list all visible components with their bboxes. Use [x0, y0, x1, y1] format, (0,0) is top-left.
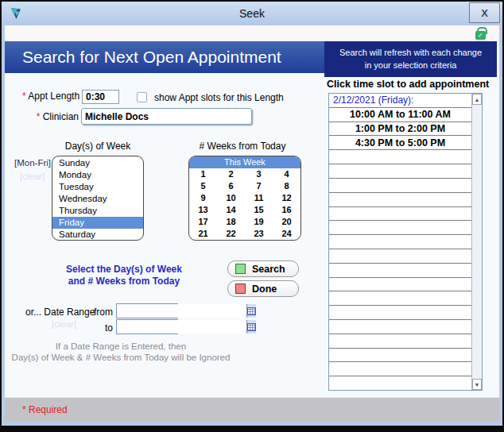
to-calendar-button[interactable] [246, 320, 256, 334]
calendar-icon [247, 323, 256, 331]
slot-list-scrollbar[interactable]: ▲ ▼ [471, 94, 482, 390]
day-option-monday[interactable]: Monday [52, 169, 143, 181]
from-label: from [84, 307, 113, 318]
week-cell-3[interactable]: 3 [245, 168, 273, 180]
day-option-saturday[interactable]: Saturday [52, 229, 143, 241]
dialog-frame: Seek X Search for Next Open Appointment … [2, 2, 502, 426]
time-slot-row[interactable]: 10:00 AM to 11:00 AM [329, 108, 471, 122]
week-cell-5[interactable]: 5 [189, 180, 217, 192]
day-option-thursday[interactable]: Thursday [52, 205, 143, 217]
week-cell-1[interactable]: 1 [189, 168, 217, 180]
empty-slot-row [329, 278, 471, 292]
clear-date-range-link[interactable]: [clear] [52, 319, 76, 329]
week-cell-15[interactable]: 15 [245, 204, 273, 216]
week-cell-7[interactable]: 7 [245, 180, 273, 192]
to-date-field [116, 319, 178, 334]
footer-bar: * Required [5, 397, 499, 422]
seek-dialog: Seek X Search for Next Open Appointment … [0, 0, 504, 432]
clinician-label: * Clinician [5, 111, 79, 122]
day-option-sunday[interactable]: Sunday [52, 157, 143, 169]
empty-slot-row [329, 334, 471, 349]
ignore-note-line2: Day(s) of Week & # Weeks from Today will… [5, 352, 237, 363]
to-date-input[interactable] [117, 320, 246, 334]
weeks-from-today-label: # Weeks from Today [184, 141, 301, 152]
close-button[interactable]: X [469, 2, 500, 23]
week-cell-8[interactable]: 8 [273, 180, 300, 192]
done-button-label: Done [252, 284, 277, 295]
day-option-friday[interactable]: Friday [52, 217, 143, 229]
weeks-grid: 123456789101112131415161718192021222324 [189, 168, 300, 240]
time-slot-row[interactable]: 4:30 PM to 5:00 PM [329, 136, 471, 150]
time-slot-row[interactable]: 1:00 PM to 2:00 PM [329, 122, 471, 137]
time-slot-listbox: 2/12/2021 (Friday):10:00 AM to 11:00 AM1… [328, 93, 483, 391]
day-option-wednesday[interactable]: Wednesday [52, 193, 143, 205]
time-slot-rows: 2/12/2021 (Friday):10:00 AM to 11:00 AM1… [329, 94, 471, 390]
from-date-field [116, 303, 178, 318]
days-of-week-label: Day(s) of Week [52, 141, 144, 152]
search-green-square-icon [235, 264, 246, 274]
week-cell-21[interactable]: 21 [189, 228, 217, 240]
from-calendar-button[interactable] [246, 304, 256, 318]
done-red-square-icon [235, 284, 246, 294]
week-cell-18[interactable]: 18 [217, 216, 245, 228]
clear-days-link[interactable]: [clear] [20, 172, 45, 181]
refresh-note-line2: in your selection criteria [324, 60, 497, 71]
done-button[interactable]: Done [227, 280, 299, 297]
empty-slot-row [329, 207, 471, 222]
week-cell-9[interactable]: 9 [189, 192, 217, 204]
week-cell-19[interactable]: 19 [245, 216, 273, 228]
calendar-icon [247, 307, 256, 315]
week-cell-13[interactable]: 13 [189, 204, 217, 216]
empty-slot-row [329, 362, 471, 376]
ignore-note-line1: If a Date Range is Entered, then [5, 341, 237, 352]
required-asterisk: * [37, 111, 41, 122]
header-band: Search for Next Open Appointment Search … [5, 41, 499, 73]
page-title: Search for Next Open Appointment [5, 41, 324, 73]
form-area: * Appt Length show Appt slots for this L… [5, 73, 499, 397]
week-cell-20[interactable]: 20 [273, 216, 300, 228]
mon-fri-link[interactable]: [Mon-Fri] [14, 158, 51, 168]
time-slot-list-header: Click time slot to add appointment [327, 79, 486, 90]
scroll-down-icon[interactable]: ▼ [472, 379, 482, 390]
week-cell-23[interactable]: 23 [245, 228, 273, 240]
empty-slot-row [329, 193, 471, 207]
this-week-header[interactable]: This Week [189, 156, 300, 168]
empty-slot-row [329, 291, 471, 306]
week-cell-11[interactable]: 11 [245, 192, 273, 204]
date-header-row[interactable]: 2/12/2021 (Friday): [329, 94, 471, 108]
toolbar-strip [5, 25, 499, 41]
empty-slot-row [329, 150, 471, 164]
search-button-label: Search [252, 264, 285, 275]
week-cell-17[interactable]: 17 [189, 216, 217, 228]
day-option-tuesday[interactable]: Tuesday [52, 181, 143, 193]
empty-slot-row [329, 320, 471, 334]
to-label: to [84, 322, 113, 334]
empty-slot-row [329, 376, 471, 390]
clinician-input[interactable] [81, 108, 252, 125]
show-slots-checkbox[interactable] [137, 92, 147, 102]
appt-length-input[interactable] [82, 90, 119, 104]
scroll-up-icon[interactable]: ▲ [472, 94, 482, 105]
week-cell-16[interactable]: 16 [273, 204, 300, 216]
week-cell-22[interactable]: 22 [217, 228, 245, 240]
search-button[interactable]: Search [227, 260, 299, 277]
week-cell-6[interactable]: 6 [217, 180, 245, 192]
dialog-content: Search for Next Open Appointment Search … [5, 25, 499, 422]
date-range-ignore-note: If a Date Range is Entered, then Day(s) … [5, 341, 237, 363]
week-cell-2[interactable]: 2 [217, 168, 245, 180]
empty-slot-row [329, 164, 471, 179]
refresh-note-line1: Search will refresh with each change [324, 47, 497, 59]
week-cell-10[interactable]: 10 [217, 192, 245, 204]
empty-slot-row [329, 349, 471, 363]
from-date-input[interactable] [117, 304, 246, 318]
title-bar: Seek X [2, 2, 502, 25]
window-title: Seek [2, 7, 502, 20]
empty-slot-row [329, 249, 471, 264]
selection-instruction-line1: Select the Day(s) of Week [33, 264, 215, 276]
refresh-note: Search will refresh with each change in … [324, 41, 497, 77]
week-cell-12[interactable]: 12 [273, 192, 300, 204]
empty-slot-row [329, 235, 471, 249]
week-cell-24[interactable]: 24 [273, 228, 300, 240]
week-cell-4[interactable]: 4 [273, 168, 300, 180]
week-cell-14[interactable]: 14 [217, 204, 245, 216]
